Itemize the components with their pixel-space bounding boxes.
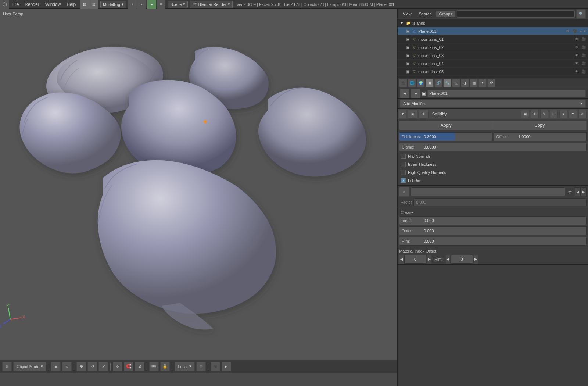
offset-field[interactable]: Offset: 1.0000 (494, 132, 587, 141)
outliner-item-m04[interactable]: ▣ ▽ mountains_04 👁 🎥 (398, 60, 588, 68)
vertex-group-field[interactable] (411, 187, 565, 196)
mod-edit-icon[interactable]: ✎ (540, 110, 548, 118)
material-icon[interactable]: ◑ (461, 79, 469, 87)
tab-search[interactable]: Search (416, 11, 435, 17)
menu-window[interactable]: Window (42, 0, 64, 9)
eye-icon3[interactable]: 👁 (575, 45, 580, 49)
workspace-selector[interactable]: Modelling ▾ (100, 1, 126, 8)
eye-icon6[interactable]: 👁 (575, 69, 580, 74)
camera-icon3[interactable]: 🎥 (581, 45, 587, 49)
quality-normals-checkbox[interactable] (401, 170, 406, 175)
move-up-icon[interactable]: ▲ (579, 29, 582, 33)
render-btn[interactable]: 🎥 (211, 362, 220, 371)
vg-next-btn[interactable]: ▶ (581, 187, 587, 196)
rotate-btn[interactable]: ↻ (87, 362, 97, 371)
collapse-modifier-btn[interactable]: ▾ (399, 110, 406, 118)
prev-data-btn[interactable]: ◀ (400, 89, 409, 98)
view-manipulator-btn[interactable]: ⊕ (2, 362, 12, 371)
modifier-icon[interactable]: 🔧 (443, 79, 451, 87)
copy-button[interactable]: Copy (493, 121, 587, 130)
eye-icon5[interactable]: 👁 (575, 61, 580, 65)
modifier-realtime-icon[interactable]: 👁 (419, 109, 429, 119)
render-props-icon[interactable]: 🎥 (399, 79, 407, 87)
view-mode-solid[interactable]: ● (51, 362, 61, 371)
lock-btn[interactable]: 🔒 (160, 362, 170, 371)
texture-icon[interactable]: ▦ (470, 79, 478, 87)
camera-icon[interactable]: 🎥 (573, 29, 578, 33)
flip-normals-checkbox[interactable] (401, 154, 406, 159)
mat-index-next-btn[interactable]: ▶ (427, 255, 431, 264)
scene-selector[interactable]: Scene ▾ (168, 1, 188, 8)
snap-icon[interactable]: ◎ (196, 362, 206, 371)
outliner-item-m05[interactable]: ▣ ▽ mountains_05 👁 🎥 (398, 68, 588, 76)
outliner-search-input[interactable] (457, 10, 575, 18)
scene-props-icon[interactable]: 🌐 (408, 79, 416, 87)
rim-mat-next-btn[interactable]: ▶ (474, 255, 478, 264)
eye-icon2[interactable]: 👁 (575, 37, 580, 41)
outliner-item-islands[interactable]: ▾ 📁 Islands (398, 19, 588, 27)
clamp-field[interactable]: Clamp: 0.0000 (399, 143, 587, 151)
move-arrows: ▲ ▼ (579, 29, 587, 33)
outer-field[interactable]: Outer: 0.000 (399, 226, 587, 235)
move-down-icon[interactable]: ▼ (583, 29, 587, 33)
mod-cage-icon[interactable]: ⊡ (550, 110, 558, 118)
mod-delete-icon[interactable]: ✕ (578, 110, 587, 118)
layer-btn[interactable]: ⊞⊞ (149, 362, 159, 371)
vg-prev-btn[interactable]: ◀ (575, 187, 581, 196)
camera-icon2[interactable]: 🎥 (581, 37, 587, 41)
object-props-icon[interactable]: ▣ (426, 79, 434, 87)
camera-icon4[interactable]: 🎥 (581, 53, 587, 57)
apply-button[interactable]: Apply (399, 121, 493, 130)
tab-view[interactable]: View (400, 11, 415, 17)
proportional-btn[interactable]: ⊚ (135, 362, 144, 371)
camera-icon6[interactable]: 🎥 (581, 69, 587, 74)
mod-render-icon[interactable]: ▣ (521, 110, 529, 118)
data-icon[interactable]: △ (452, 79, 460, 87)
menu-file[interactable]: File (9, 0, 22, 9)
outliner-item-m02[interactable]: ▣ ▽ mountains_02 👁 🎥 (398, 43, 588, 51)
object-name-field[interactable] (427, 90, 586, 97)
transform-btn[interactable]: ✥ (76, 362, 86, 371)
outliner-item-m03[interactable]: ▣ ▽ mountains_03 👁 🎥 (398, 51, 588, 60)
mod-camera-icon[interactable]: 👁 (531, 110, 539, 118)
view-mode-wire[interactable]: ○ (62, 362, 72, 371)
thickness-field[interactable]: Thickness: 0.3000 (399, 132, 492, 141)
fill-rim-checkbox[interactable] (401, 178, 406, 183)
mod-up-icon[interactable]: ▲ (559, 110, 567, 118)
workspace-arrow: ▾ (122, 2, 124, 7)
next-data-btn[interactable]: ▶ (411, 89, 420, 98)
mat-index-field[interactable]: 0 (404, 255, 426, 264)
anim-btn[interactable]: ► (222, 362, 231, 371)
mode-selector[interactable]: Object Mode ▾ (13, 362, 46, 371)
rim-mat-field[interactable]: 0 (451, 255, 473, 264)
constraints-icon[interactable]: 🔗 (434, 79, 442, 87)
factor-field[interactable]: 0.000 (413, 198, 587, 206)
outliner-search-icon[interactable]: 🔍 (576, 9, 586, 19)
pivot-btn[interactable]: ⊙ (113, 362, 122, 371)
add-modifier-button[interactable]: Add Modifier ▾ (400, 100, 586, 108)
eye-icon[interactable]: 👁 (566, 29, 571, 33)
outliner-item-plane011[interactable]: ▣ △ Plane.011 👁 🎥 ▲ ▼ (398, 27, 588, 35)
world-props-icon[interactable]: 🌍 (417, 79, 425, 87)
mat-index-prev-btn[interactable]: ◀ (399, 255, 404, 264)
engine-selector[interactable]: 🎬 Blender Render ▾ (190, 1, 233, 8)
physics-icon[interactable]: ⚙ (487, 79, 495, 87)
eye-icon4[interactable]: 👁 (575, 53, 580, 57)
even-thickness-checkbox[interactable] (401, 162, 406, 167)
inner-field[interactable]: Inner: 0.000 (399, 216, 587, 225)
rim-mat-prev-btn[interactable]: ◀ (446, 255, 450, 264)
rim-crease-field[interactable]: Rim: 0.000 (399, 237, 587, 246)
outliner-item-m01[interactable]: ▣ ▽ mountains_01 👁 🎥 (398, 35, 588, 43)
scale-btn[interactable]: ⤢ (98, 362, 108, 371)
menu-render[interactable]: Render (22, 0, 42, 9)
modifier-vis-icon[interactable]: ▣ (408, 109, 417, 119)
coord-selector[interactable]: Local ▾ (175, 362, 194, 371)
viewport[interactable]: User Persp (0, 9, 397, 373)
tab-groups[interactable]: Groups (436, 11, 455, 17)
particles-icon[interactable]: ✦ (478, 79, 487, 87)
mod-down-icon[interactable]: ▼ (569, 110, 577, 118)
camera-icon5[interactable]: 🎥 (581, 61, 587, 65)
menu-help[interactable]: Help (64, 0, 79, 9)
mesh-data-icon5: ▽ (412, 61, 417, 66)
snap-magnet[interactable]: 🧲 (124, 362, 133, 371)
